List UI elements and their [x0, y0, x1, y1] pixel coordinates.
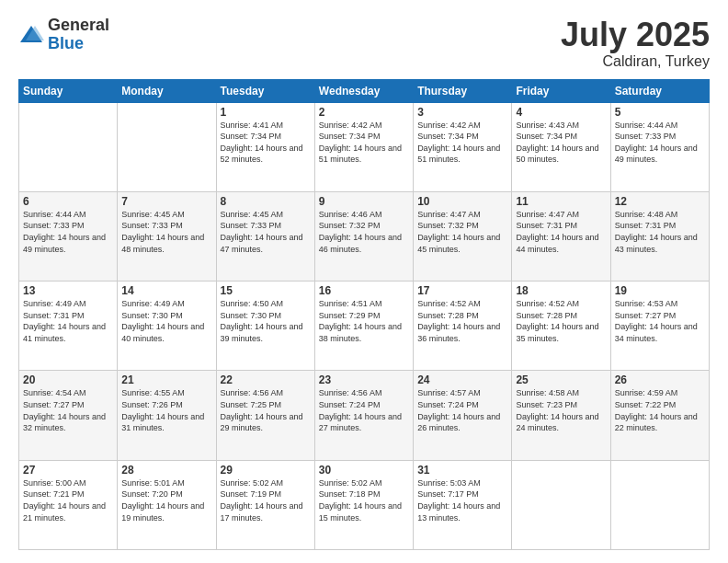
day-number: 18 [516, 284, 606, 297]
day-number: 23 [319, 373, 409, 386]
calendar-cell: 30Sunrise: 5:02 AM Sunset: 7:18 PM Dayli… [314, 460, 413, 549]
day-number: 15 [221, 284, 311, 297]
day-info: Sunrise: 5:03 AM Sunset: 7:17 PM Dayligh… [417, 477, 507, 523]
header-monday: Monday [118, 79, 216, 102]
calendar-cell: 4Sunrise: 4:43 AM Sunset: 7:34 PM Daylig… [512, 102, 610, 191]
day-info: Sunrise: 5:02 AM Sunset: 7:18 PM Dayligh… [319, 477, 409, 523]
calendar-cell: 10Sunrise: 4:47 AM Sunset: 7:32 PM Dayli… [414, 191, 512, 281]
day-number: 6 [23, 195, 113, 208]
calendar-cell [118, 102, 216, 191]
day-info: Sunrise: 4:56 AM Sunset: 7:24 PM Dayligh… [319, 387, 409, 433]
calendar-cell: 24Sunrise: 4:57 AM Sunset: 7:24 PM Dayli… [414, 371, 512, 460]
day-info: Sunrise: 4:58 AM Sunset: 7:23 PM Dayligh… [516, 387, 606, 433]
day-number: 16 [319, 284, 409, 297]
calendar-week-5: 27Sunrise: 5:00 AM Sunset: 7:21 PM Dayli… [19, 460, 710, 549]
calendar-cell: 1Sunrise: 4:41 AM Sunset: 7:34 PM Daylig… [216, 102, 314, 191]
day-info: Sunrise: 4:45 AM Sunset: 7:33 PM Dayligh… [121, 209, 211, 255]
day-number: 29 [221, 464, 311, 477]
day-info: Sunrise: 4:54 AM Sunset: 7:27 PM Dayligh… [23, 387, 113, 433]
day-number: 8 [221, 195, 311, 208]
day-number: 10 [417, 195, 507, 208]
day-info: Sunrise: 4:48 AM Sunset: 7:31 PM Dayligh… [615, 209, 705, 255]
logo-blue-text: Blue [48, 35, 109, 53]
day-info: Sunrise: 4:42 AM Sunset: 7:34 PM Dayligh… [319, 120, 409, 166]
calendar-cell: 21Sunrise: 4:55 AM Sunset: 7:26 PM Dayli… [118, 371, 216, 460]
calendar-week-2: 6Sunrise: 4:44 AM Sunset: 7:33 PM Daylig… [19, 191, 710, 281]
location-title: Caldiran, Turkey [561, 53, 710, 70]
day-info: Sunrise: 4:50 AM Sunset: 7:30 PM Dayligh… [221, 298, 311, 344]
day-info: Sunrise: 4:49 AM Sunset: 7:31 PM Dayligh… [23, 298, 113, 344]
calendar-cell: 8Sunrise: 4:45 AM Sunset: 7:33 PM Daylig… [216, 191, 314, 281]
calendar-cell: 13Sunrise: 4:49 AM Sunset: 7:31 PM Dayli… [19, 282, 118, 371]
logo: General Blue [18, 17, 109, 53]
calendar-week-4: 20Sunrise: 4:54 AM Sunset: 7:27 PM Dayli… [19, 371, 710, 460]
day-info: Sunrise: 4:57 AM Sunset: 7:24 PM Dayligh… [417, 387, 507, 433]
day-info: Sunrise: 5:00 AM Sunset: 7:21 PM Dayligh… [23, 477, 113, 523]
calendar-week-1: 1Sunrise: 4:41 AM Sunset: 7:34 PM Daylig… [19, 102, 710, 191]
calendar-cell [610, 460, 709, 549]
day-info: Sunrise: 4:41 AM Sunset: 7:34 PM Dayligh… [221, 120, 311, 166]
day-number: 31 [417, 464, 507, 477]
day-number: 24 [417, 373, 507, 386]
calendar-cell: 31Sunrise: 5:03 AM Sunset: 7:17 PM Dayli… [414, 460, 512, 549]
day-info: Sunrise: 4:42 AM Sunset: 7:34 PM Dayligh… [417, 120, 507, 166]
day-info: Sunrise: 4:53 AM Sunset: 7:27 PM Dayligh… [615, 298, 705, 344]
calendar-cell: 5Sunrise: 4:44 AM Sunset: 7:33 PM Daylig… [610, 102, 709, 191]
calendar-cell: 6Sunrise: 4:44 AM Sunset: 7:33 PM Daylig… [19, 191, 118, 281]
day-number: 19 [615, 284, 705, 297]
day-info: Sunrise: 4:55 AM Sunset: 7:26 PM Dayligh… [121, 387, 211, 433]
page: General Blue July 2025 Caldiran, Turkey … [0, 0, 728, 563]
day-info: Sunrise: 4:59 AM Sunset: 7:22 PM Dayligh… [615, 387, 705, 433]
logo-text: General Blue [48, 17, 109, 53]
day-number: 22 [221, 373, 311, 386]
header-wednesday: Wednesday [314, 79, 413, 102]
day-info: Sunrise: 4:47 AM Sunset: 7:32 PM Dayligh… [417, 209, 507, 255]
day-info: Sunrise: 4:45 AM Sunset: 7:33 PM Dayligh… [221, 209, 311, 255]
day-number: 20 [23, 373, 113, 386]
calendar-cell: 11Sunrise: 4:47 AM Sunset: 7:31 PM Dayli… [512, 191, 610, 281]
calendar-cell: 7Sunrise: 4:45 AM Sunset: 7:33 PM Daylig… [118, 191, 216, 281]
calendar-cell [512, 460, 610, 549]
weekday-header-row: Sunday Monday Tuesday Wednesday Thursday… [19, 79, 710, 102]
day-number: 3 [417, 106, 507, 119]
calendar-cell: 20Sunrise: 4:54 AM Sunset: 7:27 PM Dayli… [19, 371, 118, 460]
header-sunday: Sunday [19, 79, 118, 102]
calendar-cell: 29Sunrise: 5:02 AM Sunset: 7:19 PM Dayli… [216, 460, 314, 549]
day-info: Sunrise: 4:56 AM Sunset: 7:25 PM Dayligh… [221, 387, 311, 433]
calendar-cell: 22Sunrise: 4:56 AM Sunset: 7:25 PM Dayli… [216, 371, 314, 460]
day-info: Sunrise: 4:49 AM Sunset: 7:30 PM Dayligh… [121, 298, 211, 344]
calendar-week-3: 13Sunrise: 4:49 AM Sunset: 7:31 PM Dayli… [19, 282, 710, 371]
day-number: 4 [516, 106, 606, 119]
day-info: Sunrise: 5:01 AM Sunset: 7:20 PM Dayligh… [121, 477, 211, 523]
day-info: Sunrise: 4:44 AM Sunset: 7:33 PM Dayligh… [23, 209, 113, 255]
day-info: Sunrise: 4:52 AM Sunset: 7:28 PM Dayligh… [516, 298, 606, 344]
calendar-table: Sunday Monday Tuesday Wednesday Thursday… [18, 79, 710, 550]
calendar-cell: 3Sunrise: 4:42 AM Sunset: 7:34 PM Daylig… [414, 102, 512, 191]
day-number: 21 [121, 373, 211, 386]
day-info: Sunrise: 4:51 AM Sunset: 7:29 PM Dayligh… [319, 298, 409, 344]
day-number: 7 [121, 195, 211, 208]
calendar-cell [19, 102, 118, 191]
calendar-cell: 15Sunrise: 4:50 AM Sunset: 7:30 PM Dayli… [216, 282, 314, 371]
calendar-cell: 26Sunrise: 4:59 AM Sunset: 7:22 PM Dayli… [610, 371, 709, 460]
day-number: 30 [319, 464, 409, 477]
calendar-cell: 2Sunrise: 4:42 AM Sunset: 7:34 PM Daylig… [314, 102, 413, 191]
day-number: 13 [23, 284, 113, 297]
calendar-cell: 25Sunrise: 4:58 AM Sunset: 7:23 PM Dayli… [512, 371, 610, 460]
calendar-cell: 18Sunrise: 4:52 AM Sunset: 7:28 PM Dayli… [512, 282, 610, 371]
header-saturday: Saturday [610, 79, 709, 102]
day-number: 25 [516, 373, 606, 386]
header-thursday: Thursday [414, 79, 512, 102]
calendar-cell: 16Sunrise: 4:51 AM Sunset: 7:29 PM Dayli… [314, 282, 413, 371]
month-title: July 2025 [561, 17, 710, 53]
day-number: 17 [417, 284, 507, 297]
day-number: 26 [615, 373, 705, 386]
day-info: Sunrise: 4:44 AM Sunset: 7:33 PM Dayligh… [615, 120, 705, 166]
day-info: Sunrise: 4:47 AM Sunset: 7:31 PM Dayligh… [516, 209, 606, 255]
day-number: 28 [121, 464, 211, 477]
day-info: Sunrise: 4:46 AM Sunset: 7:32 PM Dayligh… [319, 209, 409, 255]
day-number: 5 [615, 106, 705, 119]
calendar-cell: 17Sunrise: 4:52 AM Sunset: 7:28 PM Dayli… [414, 282, 512, 371]
calendar-cell: 23Sunrise: 4:56 AM Sunset: 7:24 PM Dayli… [314, 371, 413, 460]
day-number: 9 [319, 195, 409, 208]
